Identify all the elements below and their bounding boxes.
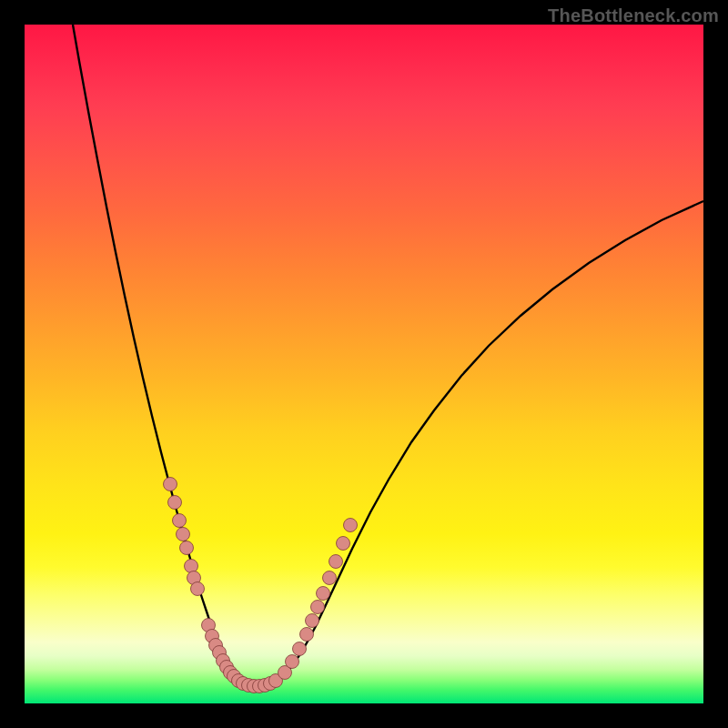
data-point: [180, 541, 194, 555]
data-point: [173, 514, 187, 528]
curve-line: [73, 25, 703, 687]
data-point: [323, 571, 337, 585]
data-point: [329, 555, 343, 569]
data-point: [168, 496, 182, 510]
data-point: [286, 655, 299, 669]
data-point: [164, 478, 177, 491]
chart-frame: TheBottleneck.com: [0, 0, 728, 728]
data-point: [177, 528, 190, 541]
data-point: [191, 582, 205, 596]
data-point: [185, 560, 198, 573]
data-points: [164, 478, 358, 693]
data-point: [311, 601, 325, 614]
bottleneck-curve: [25, 25, 703, 703]
data-point: [306, 614, 319, 628]
data-point: [293, 642, 307, 656]
data-point: [317, 587, 330, 601]
watermark-text: TheBottleneck.com: [548, 5, 719, 26]
data-point: [300, 628, 314, 642]
data-point: [344, 519, 358, 532]
data-point: [337, 537, 350, 551]
